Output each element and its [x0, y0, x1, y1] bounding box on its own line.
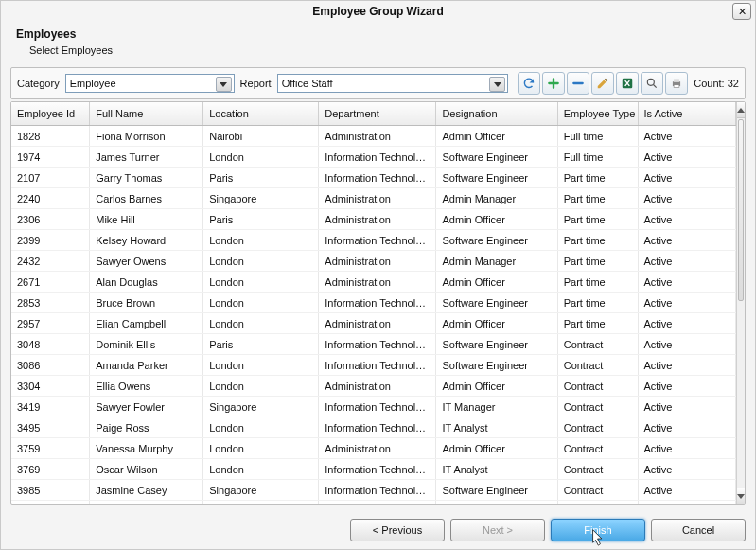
grid-scroll[interactable]: Employee IdFull NameLocationDepartmentDe…: [11, 102, 736, 504]
count-value: 32: [728, 78, 739, 89]
print-button[interactable]: [665, 72, 688, 95]
table-row[interactable]: 2306Mike HillParisAdministrationAdmin Of…: [11, 209, 736, 230]
vertical-scrollbar[interactable]: [736, 102, 745, 504]
cell-name: Vanessa Murphy: [90, 438, 203, 459]
close-button[interactable]: ✕: [732, 3, 751, 20]
cell-loc: London: [203, 147, 319, 168]
table-row[interactable]: 2240Carlos BarnesSingaporeAdministration…: [11, 188, 736, 209]
cell-dept: Information Technology: [319, 459, 436, 480]
column-header[interactable]: Is Active: [638, 102, 736, 126]
scroll-up-icon[interactable]: [737, 102, 745, 118]
cell-active: Active: [638, 334, 736, 355]
cell-type: Part time: [557, 168, 638, 188]
column-header[interactable]: Employee Type: [557, 102, 638, 126]
plus-icon: [547, 77, 560, 90]
cell-loc: Singapore: [203, 397, 319, 417]
cell-id: 2432: [11, 251, 90, 272]
cell-loc: Nairobi: [203, 501, 319, 505]
cell-desig: Admin Officer: [436, 272, 557, 293]
table-body: 1828Fiona MorrisonNairobiAdministrationA…: [11, 126, 736, 505]
cell-id: 3759: [11, 438, 90, 459]
cell-type: Contract: [557, 334, 638, 355]
column-header[interactable]: Designation: [436, 102, 557, 126]
cell-loc: London: [203, 417, 319, 438]
cell-dept: Administration: [319, 251, 436, 272]
refresh-icon: [522, 77, 536, 90]
cell-type: Contract: [557, 355, 638, 376]
table-row[interactable]: 3086Amanda ParkerLondonInformation Techn…: [11, 355, 736, 376]
table-row[interactable]: 2853Bruce BrownLondonInformation Technol…: [11, 293, 736, 313]
next-button[interactable]: Next >: [450, 519, 545, 541]
column-header[interactable]: Full Name: [90, 102, 203, 126]
cell-dept: Administration: [319, 438, 436, 459]
cell-type: Contract: [557, 376, 638, 397]
table-row[interactable]: 3759Vanessa MurphyLondonAdministrationAd…: [11, 438, 736, 459]
table-row[interactable]: 1974James TurnerLondonInformation Techno…: [11, 147, 736, 168]
cell-dept: Information Technology: [319, 501, 436, 505]
table-row[interactable]: 2107Garry ThomasParisInformation Technol…: [11, 168, 736, 188]
category-combo[interactable]: Employee: [65, 74, 235, 93]
cell-active: Active: [638, 251, 736, 272]
previous-label: < Previous: [373, 524, 422, 536]
table-row[interactable]: 2671Alan DouglasLondonAdministrationAdmi…: [11, 272, 736, 293]
cell-active: Active: [638, 417, 736, 438]
cell-desig: Admin Officer: [436, 209, 557, 230]
report-value: Office Staff: [282, 78, 333, 89]
cell-type: Contract: [557, 397, 638, 417]
cell-desig: Admin Manager: [436, 188, 557, 209]
cell-id: 2853: [11, 293, 90, 313]
title-bar: Employee Group Wizard ✕: [1, 1, 755, 22]
search-button[interactable]: [641, 72, 663, 95]
excel-button[interactable]: [616, 72, 639, 95]
table-row[interactable]: 3304Ellia OwensLondonAdministrationAdmin…: [11, 376, 736, 397]
category-label: Category: [17, 78, 60, 89]
finish-label: Finish: [584, 524, 611, 536]
column-header[interactable]: Employee Id: [11, 102, 90, 126]
scroll-down-icon[interactable]: [737, 488, 745, 504]
report-label: Report: [240, 78, 272, 89]
report-combo[interactable]: Office Staff: [277, 74, 509, 93]
cell-active: Active: [638, 459, 736, 480]
column-header[interactable]: Department: [319, 102, 436, 126]
edit-button[interactable]: [591, 72, 614, 95]
cell-id: 3048: [11, 334, 90, 355]
table-row[interactable]: 3048Dominik EllisParisInformation Techno…: [11, 334, 736, 355]
column-header[interactable]: Location: [203, 102, 319, 126]
cell-type: Full time: [557, 126, 638, 147]
table-row[interactable]: 2957Elian CampbellLondonAdministrationAd…: [11, 313, 736, 334]
cell-active: Active: [638, 293, 736, 313]
table-row[interactable]: 3985Jasmine CaseySingaporeInformation Te…: [11, 480, 736, 501]
employee-table: Employee IdFull NameLocationDepartmentDe…: [11, 102, 736, 504]
previous-button[interactable]: < Previous: [350, 519, 445, 541]
wizard-window: Employee Group Wizard ✕ Employees Select…: [0, 0, 756, 550]
cell-desig: Admin Manager: [436, 251, 557, 272]
remove-button[interactable]: [567, 72, 589, 95]
cell-dept: Administration: [319, 313, 436, 334]
toolbar: [518, 72, 688, 95]
cell-name: Sawyer Fowler: [90, 397, 203, 417]
table-row[interactable]: 3419Sawyer FowlerSingaporeInformation Te…: [11, 397, 736, 417]
table-row[interactable]: 3495Paige RossLondonInformation Technolo…: [11, 417, 736, 438]
table-row[interactable]: 2432Sawyer OwensLondonAdministrationAdmi…: [11, 251, 736, 272]
cell-dept: Information Technology: [319, 293, 436, 313]
cell-loc: London: [203, 313, 319, 334]
table-row[interactable]: 2399Kelsey HowardLondonInformation Techn…: [11, 230, 736, 251]
cell-loc: London: [203, 251, 319, 272]
cell-dept: Administration: [319, 188, 436, 209]
table-row[interactable]: 1828Fiona MorrisonNairobiAdministrationA…: [11, 126, 736, 147]
cell-dept: Information Technology: [319, 417, 436, 438]
table-row[interactable]: 4652Heather ChapmanNairobiInformation Te…: [11, 501, 736, 505]
add-button[interactable]: [542, 72, 565, 95]
cell-id: 3495: [11, 417, 90, 438]
refresh-button[interactable]: [518, 72, 540, 95]
finish-button[interactable]: Finish: [551, 519, 645, 541]
cell-desig: IT Manager: [436, 397, 557, 417]
cell-desig: Admin Officer: [436, 313, 557, 334]
svg-point-1: [648, 79, 655, 85]
cancel-button[interactable]: Cancel: [651, 519, 746, 541]
cell-dept: Information Technology: [319, 168, 436, 188]
table-row[interactable]: 3769Oscar WilsonLondonInformation Techno…: [11, 459, 736, 480]
cell-desig: Software Engineer: [436, 293, 557, 313]
scroll-thumb[interactable]: [738, 119, 744, 301]
cell-dept: Administration: [319, 272, 436, 293]
